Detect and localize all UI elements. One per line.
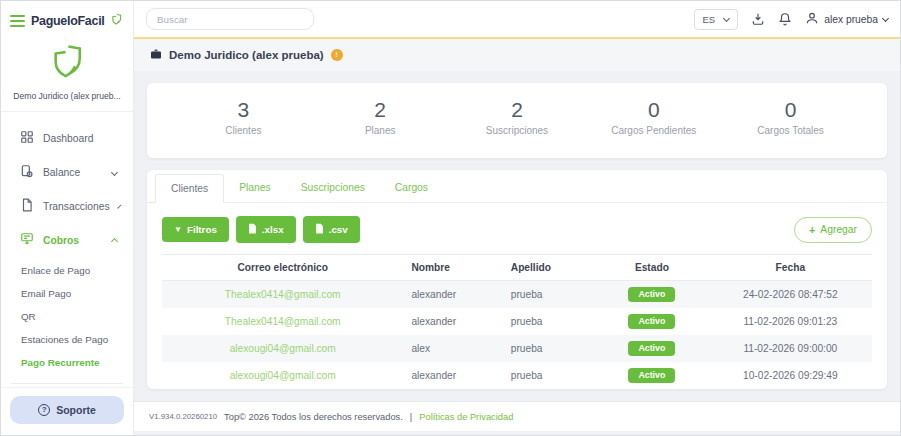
submenu-item-email-pago[interactable]: Email Pago: [21, 282, 133, 305]
tab-planes[interactable]: Planes: [224, 174, 285, 202]
page-header: Demo Juridico (alex prueba) !: [134, 39, 900, 71]
version-text: V1.934.0.20260210: [149, 412, 217, 421]
brand-logo-text: PagueloFacil: [31, 14, 105, 28]
stat-planes: 2 Planes: [312, 98, 449, 136]
file-icon: [248, 223, 257, 236]
soporte-section: ? Soporte: [1, 387, 133, 435]
cell-fecha: 10-02-2026 09:29:49: [709, 362, 872, 389]
submenu-item-estaciones-de-pago[interactable]: Estaciones de Pago: [21, 328, 133, 351]
main-column: ES: [134, 1, 900, 435]
file-icon: [315, 223, 324, 236]
sidebar-item-transacciones[interactable]: Transacciones: [1, 189, 133, 223]
cell-nombre: alexander: [403, 281, 502, 309]
add-button[interactable]: + Agregar: [794, 217, 872, 243]
topbar-actions: ES: [694, 9, 889, 30]
briefcase-icon: [150, 46, 162, 64]
download-icon[interactable]: [751, 12, 765, 26]
tab-card: Clientes Planes Suscripciones Cargos ▼ F…: [147, 170, 887, 389]
table-row[interactable]: Thealex0414@gmail.com alexander prueba A…: [162, 281, 872, 309]
question-mark-icon: ?: [38, 404, 50, 416]
transactions-file-icon: [20, 198, 34, 214]
export-xlsx-button[interactable]: .xlsx: [236, 216, 296, 243]
app-window: PagueloFacil Demo Juridico (alex prueb..…: [0, 0, 901, 436]
search-input[interactable]: [146, 8, 314, 30]
cobros-submenu: Enlace de Pago Email Pago QR Estaciones …: [1, 257, 133, 378]
toolbar: ▼ Filtros .xlsx: [162, 216, 872, 243]
plus-icon: +: [809, 224, 815, 236]
sidebar-nav: Dashboard Balance Transacciones: [1, 112, 133, 387]
submenu-item-pago-recurrente[interactable]: Pago Recurrente: [21, 351, 133, 374]
status-badge: Activo: [628, 368, 675, 383]
stat-value: 0: [585, 98, 722, 122]
topbar: ES: [134, 1, 900, 39]
hamburger-menu-icon[interactable]: [10, 15, 25, 27]
user-menu[interactable]: alex prueba: [805, 11, 888, 27]
col-header-fecha: Fecha: [709, 255, 872, 281]
tab-suscripciones[interactable]: Suscripciones: [286, 174, 380, 202]
chevron-down-icon: [723, 14, 730, 21]
stat-cargos-totales: 0 Cargos Totales: [722, 98, 859, 136]
soporte-label: Soporte: [56, 404, 96, 416]
table-row[interactable]: Thealex0414@gmail.com alexander prueba A…: [162, 308, 872, 335]
sidebar-item-cobros[interactable]: Cobros: [1, 223, 133, 257]
bell-icon[interactable]: [778, 12, 792, 26]
status-badge: Activo: [628, 314, 675, 329]
submenu-item-qr[interactable]: QR: [21, 305, 133, 328]
chevron-up-icon: [111, 238, 118, 245]
cell-fecha: 11-02-2026 09:00:00: [709, 335, 872, 362]
tab-clientes[interactable]: Clientes: [155, 174, 224, 203]
language-select[interactable]: ES: [694, 9, 739, 30]
sidebar-item-label: Balance: [43, 167, 80, 178]
tabs-row: Clientes Planes Suscripciones Cargos: [147, 170, 887, 203]
table-row[interactable]: alexougi04@gmail.com alex prueba Activo …: [162, 335, 872, 362]
soporte-button[interactable]: ? Soporte: [10, 396, 124, 424]
cell-email: alexougi04@gmail.com: [162, 362, 403, 389]
stat-value: 2: [312, 98, 449, 122]
stats-card: 3 Clientes 2 Planes 2 Suscripciones 0 Ca…: [147, 83, 887, 158]
sidebar-item-label: Cobros: [43, 235, 79, 246]
cell-email: alexougi04@gmail.com: [162, 335, 403, 362]
chevron-down-icon: [882, 14, 889, 21]
cell-fecha: 24-02-2026 08:47:52: [709, 281, 872, 309]
footer: V1.934.0.20260210 Top© 2026 Todos los de…: [134, 401, 900, 431]
warning-icon[interactable]: !: [331, 49, 343, 61]
cell-nombre: alex: [403, 335, 502, 362]
col-header-estado: Estado: [595, 255, 709, 281]
csv-label: .csv: [329, 224, 348, 235]
stat-suscripciones: 2 Suscripciones: [449, 98, 586, 136]
sidebar-item-balance[interactable]: Balance: [1, 155, 133, 189]
table-row[interactable]: alexougi04@gmail.com alexander prueba Ac…: [162, 362, 872, 389]
stat-label: Cargos Totales: [722, 125, 859, 136]
stat-value: 2: [449, 98, 586, 122]
account-shield-icon: [50, 68, 84, 85]
user-name: alex prueba: [824, 14, 878, 25]
chevron-down-icon: [111, 168, 118, 175]
cell-email: Thealex0414@gmail.com: [162, 308, 403, 335]
sidebar-item-label: Dashboard: [43, 133, 93, 144]
sidebar-item-label: Transacciones: [43, 201, 110, 212]
cobros-terminal-icon: [20, 232, 34, 248]
account-name: Demo Juridico (alex prueb...: [7, 91, 127, 101]
privacy-policy-link[interactable]: Políticas de Privacidad: [419, 412, 513, 422]
stat-label: Clientes: [175, 125, 312, 136]
language-value: ES: [703, 14, 716, 25]
col-header-apellido: Apellido: [503, 255, 595, 281]
export-csv-button[interactable]: .csv: [303, 216, 360, 243]
main-area: Demo Juridico (alex prueba) ! 3 Clientes…: [134, 39, 900, 435]
tab-cargos[interactable]: Cargos: [380, 174, 443, 202]
page-title: Demo Juridico (alex prueba): [169, 49, 324, 61]
brand-shield-icon: [111, 12, 122, 30]
add-label: Agregar: [820, 224, 857, 235]
cell-nombre: alexander: [403, 308, 502, 335]
table-header-row: Correo electrónico Nombre Apellido Estad…: [162, 255, 872, 281]
col-header-nombre: Nombre: [403, 255, 502, 281]
stat-label: Suscripciones: [449, 125, 586, 136]
chevron-down-icon: [117, 204, 121, 208]
filters-button[interactable]: ▼ Filtros: [162, 217, 229, 242]
brand-row: PagueloFacil: [1, 1, 133, 38]
submenu-item-enlace-de-pago[interactable]: Enlace de Pago: [21, 259, 133, 282]
sidebar-item-dashboard[interactable]: Dashboard: [1, 121, 133, 155]
stat-label: Planes: [312, 125, 449, 136]
account-block: Demo Juridico (alex prueb...: [1, 38, 133, 112]
stat-value: 3: [175, 98, 312, 122]
